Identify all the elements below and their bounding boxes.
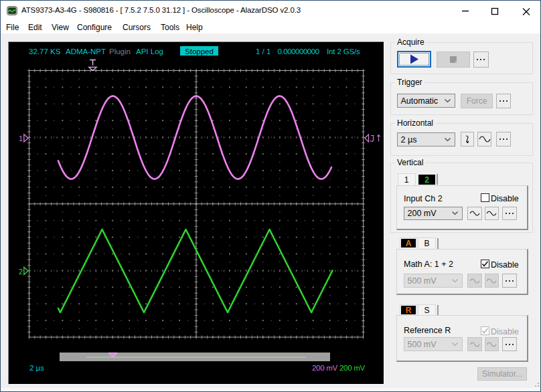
svg-text:Int 2 GS/s: Int 2 GS/s: [327, 47, 360, 56]
svg-text:0.000000000: 0.000000000: [278, 47, 319, 56]
svg-text:Plugin: Plugin: [109, 47, 131, 56]
svg-text:ADMA-NPT: ADMA-NPT: [66, 47, 106, 56]
svg-text:1: 1: [19, 134, 23, 142]
svg-text:2: 2: [19, 268, 23, 276]
svg-text:200 mV: 200 mV: [339, 364, 365, 372]
svg-text:1 / 1: 1 / 1: [256, 47, 270, 56]
svg-text:2 µs: 2 µs: [29, 364, 44, 372]
svg-text:32.77 KS: 32.77 KS: [29, 47, 61, 56]
svg-text:200 mV: 200 mV: [312, 364, 337, 372]
svg-text:Stopped: Stopped: [185, 47, 214, 56]
svg-text:API Log: API Log: [136, 47, 163, 56]
